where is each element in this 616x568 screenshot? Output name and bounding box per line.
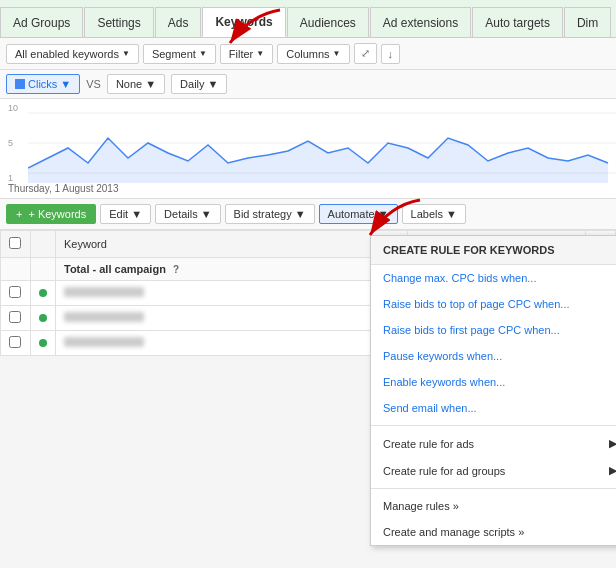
help-icon: ? bbox=[173, 264, 179, 275]
dropdown-item-rule-ad-groups[interactable]: Create rule for ad groups ▶ bbox=[371, 457, 616, 484]
filter-btn[interactable]: Filter ▼ bbox=[220, 44, 273, 64]
metric2-btn[interactable]: None ▼ bbox=[107, 74, 165, 94]
chart-area: 10 5 1 Thursday, 1 August 2013 bbox=[0, 99, 616, 199]
vs-label: VS bbox=[86, 78, 101, 90]
dropdown-caret-icon: ▼ bbox=[122, 49, 130, 58]
segment-btn[interactable]: Segment ▼ bbox=[143, 44, 216, 64]
chart-date-label: Thursday, 1 August 2013 bbox=[8, 183, 118, 194]
add-keywords-btn[interactable]: + + Keywords bbox=[6, 204, 96, 224]
all-enabled-keywords-btn[interactable]: All enabled keywords ▼ bbox=[6, 44, 139, 64]
dropdown-caret-icon: ▼ bbox=[60, 78, 71, 90]
col-keyword: Keyword bbox=[56, 231, 408, 258]
filter-toolbar: All enabled keywords ▼ Segment ▼ Filter … bbox=[0, 38, 616, 70]
menu-divider bbox=[371, 425, 616, 426]
tab-auto-targets[interactable]: Auto targets bbox=[472, 7, 563, 37]
y-axis: 10 5 1 bbox=[8, 103, 18, 183]
period-btn[interactable]: Daily ▼ bbox=[171, 74, 227, 94]
select-all-checkbox[interactable] bbox=[9, 237, 21, 249]
keyword-text-blurred bbox=[64, 337, 144, 347]
bid-strategy-btn[interactable]: Bid strategy ▼ bbox=[225, 204, 315, 224]
metric-color-swatch bbox=[15, 79, 25, 89]
action-toolbar: + + Keywords Edit ▼ Details ▼ Bid strate… bbox=[0, 199, 616, 230]
automate-btn[interactable]: Automate ▼ bbox=[319, 204, 398, 224]
menu-divider bbox=[371, 488, 616, 489]
tab-ad-extensions[interactable]: Ad extensions bbox=[370, 7, 471, 37]
row-checkbox[interactable] bbox=[9, 286, 21, 298]
download-btn[interactable]: ↓ bbox=[381, 44, 401, 64]
dropdown-caret-icon: ▼ bbox=[378, 208, 389, 220]
dropdown-item-raise-first[interactable]: Raise bids to first page CPC when... bbox=[371, 317, 616, 343]
dropdown-item-change-cpc[interactable]: Change max. CPC bids when... bbox=[371, 265, 616, 291]
dropdown-caret-icon: ▼ bbox=[295, 208, 306, 220]
dropdown-item-raise-top[interactable]: Raise bids to top of page CPC when... bbox=[371, 291, 616, 317]
tab-dim[interactable]: Dim bbox=[564, 7, 611, 37]
tab-ad-groups[interactable]: Ad Groups bbox=[0, 7, 83, 37]
tab-ads[interactable]: Ads bbox=[155, 7, 202, 37]
tab-audiences[interactable]: Audiences bbox=[287, 7, 369, 37]
dropdown-caret-icon: ▼ bbox=[208, 78, 219, 90]
keyword-text-blurred bbox=[64, 287, 144, 297]
submenu-arrow-icon: ▶ bbox=[609, 464, 616, 477]
submenu-arrow-icon: ▶ bbox=[609, 437, 616, 450]
dropdown-item-enable[interactable]: Enable keywords when... bbox=[371, 369, 616, 395]
dropdown-caret-icon: ▼ bbox=[201, 208, 212, 220]
dropdown-caret-icon: ▼ bbox=[131, 208, 142, 220]
dropdown-item-pause[interactable]: Pause keywords when... bbox=[371, 343, 616, 369]
dropdown-caret-icon: ▼ bbox=[145, 78, 156, 90]
dropdown-caret-icon: ▼ bbox=[256, 49, 264, 58]
row-checkbox[interactable] bbox=[9, 336, 21, 348]
automate-dropdown-menu: CREATE RULE FOR KEYWORDS Change max. CPC… bbox=[370, 235, 616, 546]
plus-icon: + bbox=[16, 208, 22, 220]
status-dot-green bbox=[39, 289, 47, 297]
edit-btn[interactable]: Edit ▼ bbox=[100, 204, 151, 224]
dropdown-caret-icon: ▼ bbox=[446, 208, 457, 220]
line-chart bbox=[28, 103, 616, 183]
dropdown-item-manage-rules[interactable]: Manage rules » bbox=[371, 493, 616, 519]
col-status bbox=[31, 231, 56, 258]
metric1-btn[interactable]: Clicks ▼ bbox=[6, 74, 80, 94]
keyword-text-blurred bbox=[64, 312, 144, 322]
row-checkbox[interactable] bbox=[9, 311, 21, 323]
columns-btn[interactable]: Columns ▼ bbox=[277, 44, 349, 64]
labels-btn[interactable]: Labels ▼ bbox=[402, 204, 466, 224]
dropdown-menu-header: CREATE RULE FOR KEYWORDS bbox=[371, 236, 616, 265]
dropdown-item-email[interactable]: Send email when... bbox=[371, 395, 616, 421]
col-checkbox bbox=[1, 231, 31, 258]
chart-toggle-btn[interactable]: ⤢ bbox=[354, 43, 377, 64]
dropdown-caret-icon: ▼ bbox=[199, 49, 207, 58]
tab-settings[interactable]: Settings bbox=[84, 7, 153, 37]
status-dot-green bbox=[39, 339, 47, 347]
dropdown-caret-icon: ▼ bbox=[333, 49, 341, 58]
dropdown-item-rule-ads[interactable]: Create rule for ads ▶ bbox=[371, 430, 616, 457]
metrics-bar: Clicks ▼ VS None ▼ Daily ▼ bbox=[0, 70, 616, 99]
status-dot-green bbox=[39, 314, 47, 322]
tab-keywords[interactable]: Keywords bbox=[202, 7, 285, 37]
details-btn[interactable]: Details ▼ bbox=[155, 204, 221, 224]
dropdown-item-manage-scripts[interactable]: Create and manage scripts » bbox=[371, 519, 616, 545]
tab-bar: Ad Groups Settings Ads Keywords Audience… bbox=[0, 0, 616, 38]
